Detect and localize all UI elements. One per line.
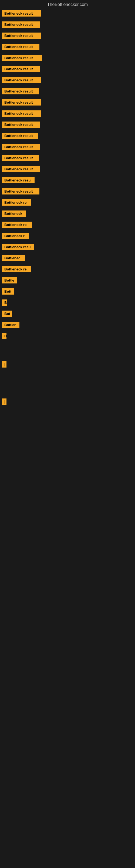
bar-row: Bottleneck result	[0, 166, 135, 173]
bar-row: Bottleneck result	[0, 155, 135, 162]
bar-row: Bottleneck resu	[0, 177, 135, 184]
bottleneck-result-bar: Bottleneck result	[2, 44, 39, 50]
bottleneck-result-bar: Bottleneck result	[2, 188, 39, 194]
bottleneck-result-bar: Bottleneck result	[2, 111, 41, 117]
bottleneck-result-bar: Bottleneck result	[2, 122, 40, 128]
bar-row: Bottleneck result	[0, 111, 135, 118]
bar-row: Bottleneck	[0, 211, 135, 218]
bar-row: |	[0, 361, 135, 369]
bottleneck-result-bar: B	[2, 300, 7, 306]
bar-row: B	[0, 300, 135, 307]
bottleneck-result-bar: B	[2, 333, 6, 339]
bottleneck-result-bar: Bottleneck r	[2, 233, 29, 239]
bottleneck-result-bar: Bottleneck	[2, 211, 26, 217]
bar-row	[0, 390, 135, 395]
bottleneck-result-bar: Bottleneck re	[2, 266, 31, 272]
bar-row: Bottleneck result	[0, 99, 135, 106]
bar-row: Bottleneck re	[0, 222, 135, 229]
bottleneck-result-bar: Bottlen	[2, 322, 19, 328]
bar-row: Bottleneck result	[0, 77, 135, 84]
bottleneck-result-bar: Bottleneck result	[2, 77, 41, 83]
bottleneck-result-bar: |	[2, 399, 6, 405]
bar-row: Bottleneck resu	[0, 244, 135, 251]
bar-row: |	[0, 399, 135, 406]
bottleneck-result-bar: Bottlenec	[2, 255, 25, 261]
bottleneck-result-bar: Bottleneck result	[2, 99, 41, 105]
bar-row: Bottleneck re	[0, 199, 135, 207]
bottleneck-result-bar: Bottleneck resu	[2, 177, 35, 183]
bar-row: Bottle	[0, 277, 135, 284]
bottleneck-result-bar: Bottle	[2, 277, 17, 283]
bar-row: Bottleneck result	[0, 10, 135, 18]
bottleneck-result-bar: Bottleneck result	[2, 10, 41, 17]
bar-row: Bottleneck r	[0, 233, 135, 240]
bars-container: Bottleneck resultBottleneck resultBottle…	[0, 10, 135, 406]
bottleneck-result-bar: Bottleneck re	[2, 199, 31, 206]
bar-row: Bottleneck result	[0, 33, 135, 40]
bar-row: Bottlen	[0, 322, 135, 329]
bar-row: Bottleneck result	[0, 66, 135, 73]
bar-row: Bottlenec	[0, 255, 135, 262]
bar-row	[0, 352, 135, 358]
bar-row: Bottleneck result	[0, 122, 135, 129]
bar-row: Bottleneck re	[0, 266, 135, 273]
bottleneck-result-bar: Bottleneck resu	[2, 244, 34, 250]
bottleneck-result-bar: Bottleneck result	[2, 133, 38, 139]
bar-row: Bott	[0, 288, 135, 296]
bottleneck-result-bar: Bottleneck result	[2, 166, 40, 172]
bar-row: Bottleneck result	[0, 144, 135, 151]
site-title: TheBottlenecker.com	[0, 0, 135, 10]
bar-row	[0, 381, 135, 386]
bottleneck-result-bar: Bottleneck result	[2, 88, 39, 94]
bottleneck-result-bar: Bott	[2, 288, 14, 294]
bottleneck-result-bar: Bottleneck result	[2, 55, 42, 61]
bottleneck-result-bar: Bottleneck re	[2, 222, 32, 228]
bar-row: Bottleneck result	[0, 188, 135, 195]
bar-row: Bottleneck result	[0, 133, 135, 140]
bar-row	[0, 372, 135, 377]
bar-row: Bot	[0, 311, 135, 318]
bar-row: B	[0, 333, 135, 340]
bottleneck-result-bar: Bottleneck result	[2, 66, 40, 72]
bottleneck-result-bar: |	[2, 361, 6, 368]
bottleneck-result-bar: Bottleneck result	[2, 33, 41, 39]
bottleneck-result-bar: Bot	[2, 311, 12, 317]
bar-row: Bottleneck result	[0, 22, 135, 29]
bar-row	[0, 344, 135, 349]
bar-row: Bottleneck result	[0, 88, 135, 95]
bottleneck-result-bar: Bottleneck result	[2, 22, 40, 28]
bar-row: Bottleneck result	[0, 55, 135, 62]
bottleneck-result-bar: Bottleneck result	[2, 155, 39, 161]
bar-row: Bottleneck result	[0, 44, 135, 51]
bottleneck-result-bar: Bottleneck result	[2, 144, 40, 150]
